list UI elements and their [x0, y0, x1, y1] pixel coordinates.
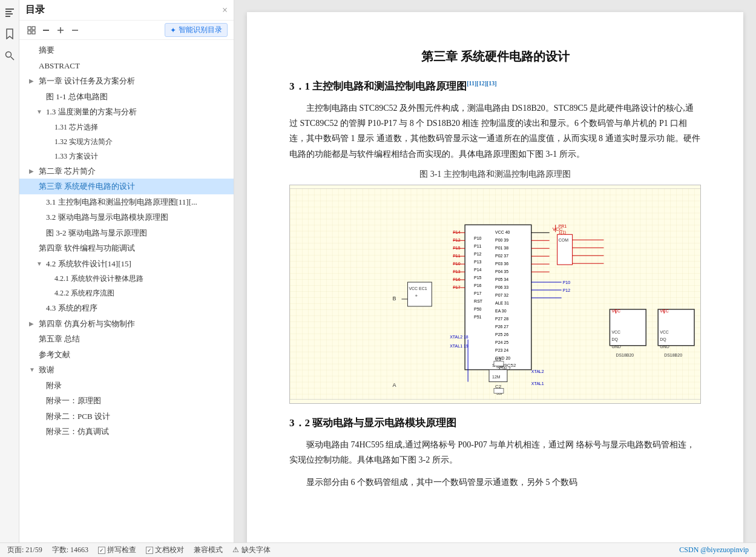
- svg-rect-95: [494, 388, 504, 393]
- toc-item-sec1-3[interactable]: ▼1.3 温度测量的方案与分析: [19, 104, 234, 120]
- toc-item-sec4-2-2[interactable]: 4.2.2 系统程序流图: [19, 286, 234, 300]
- missing-font: ⚠ 缺失字体: [232, 545, 271, 555]
- toc-item-thanks[interactable]: ▼致谢: [19, 362, 234, 378]
- svg-text:P17: P17: [474, 291, 482, 295]
- toc-item-ch3[interactable]: 第三章 系统硬件电路的设计: [19, 179, 234, 194]
- svg-text:COM: COM: [559, 238, 568, 242]
- toc-label-ch4_prog: 第四章 软件编程与功能调试: [39, 242, 135, 254]
- toc-item-sec4-2[interactable]: ▼4.2 系统软件设计[14][15]: [19, 256, 234, 272]
- search-icon[interactable]: [2, 48, 17, 63]
- svg-text:P14: P14: [453, 230, 461, 234]
- doc-compare[interactable]: ✓ 文档校对: [146, 545, 184, 555]
- svg-rect-10: [43, 30, 49, 31]
- svg-text:XTAL2: XTAL2: [531, 369, 544, 373]
- svg-text:P13: P13: [474, 260, 482, 264]
- svg-rect-92: [494, 361, 504, 366]
- circuit-diagram-1: STC89C52 P14 P12 P15 P11 P10 P13 P16 P17: [289, 185, 701, 404]
- toc-label-refs: 参考文献: [39, 349, 70, 361]
- expand-all-button[interactable]: [25, 24, 38, 36]
- toc-item-fig1-1[interactable]: 图 1-1 总体电路图: [19, 89, 234, 105]
- word-count: 字数: 14663: [52, 545, 88, 555]
- expand-arrow-ch4_sim[interactable]: ▶: [29, 319, 36, 328]
- toc-item-refs[interactable]: 参考文献: [19, 347, 234, 363]
- toc-label-app2: 附录二：PCB 设计: [46, 410, 110, 423]
- toc-item-ch5[interactable]: 第五章 总结: [19, 331, 234, 347]
- toc-label-sec4-2-2: 4.2.2 系统程序流图: [54, 288, 114, 298]
- toc-label-ch5: 第五章 总结: [39, 333, 80, 345]
- toc-item-ch4_sim[interactable]: ▶第四章 仿真分析与实物制作: [19, 316, 234, 332]
- collapse-all-button[interactable]: [40, 24, 52, 36]
- toc-item-sec3-2[interactable]: 3.2 驱动电路与显示电路模块原理图: [19, 209, 234, 225]
- svg-rect-9: [32, 31, 35, 34]
- toc-label-app3: 附录三：仿真调试: [46, 426, 109, 438]
- svg-text:P50: P50: [474, 307, 482, 311]
- toc-item-sec4-2-1[interactable]: 4.2.1 系统软件设计整体思路: [19, 271, 234, 286]
- toc-label-sec1-31: 1.31 芯片选择: [54, 122, 98, 133]
- svg-text:P12: P12: [474, 252, 482, 256]
- toc-item-sec4-3[interactable]: 4.3 系统的程序: [19, 300, 234, 316]
- toc-item-app2[interactable]: 附录二：PCB 设计: [19, 409, 234, 424]
- svg-text:GND: GND: [611, 344, 621, 348]
- section1-paragraph: 主控制电路由 STC89C52 及外围元件构成，测温电路由 DS18B20。ST…: [289, 101, 701, 162]
- toc-item-ch2[interactable]: ▶第二章 芯片简介: [19, 163, 234, 179]
- svg-text:P12: P12: [563, 288, 571, 292]
- toc-label-sec3-2: 3.2 驱动电路与显示电路模块原理图: [46, 211, 168, 223]
- svg-text:P00  39: P00 39: [495, 238, 508, 242]
- svg-text:P27  28: P27 28: [495, 317, 508, 321]
- svg-text:EA  30: EA 30: [495, 309, 507, 313]
- svg-rect-3: [5, 16, 10, 17]
- sidebar: 目录 × ✦ 智能识别目录 摘要ABSTRACT▶第一章 设计任务及方案分析图: [19, 0, 234, 542]
- svg-text:P02  37: P02 37: [495, 254, 508, 258]
- toc-label-ch1: 第一章 设计任务及方案分析: [39, 75, 135, 87]
- svg-text:P03  36: P03 36: [495, 262, 508, 266]
- remove-item-button[interactable]: [69, 24, 81, 36]
- svg-text:P11: P11: [474, 244, 482, 248]
- spell-check[interactable]: ✓ 拼写检查: [98, 545, 136, 555]
- toc-item-sec3-1[interactable]: 3.1 主控制电路和测温控制电路原理图[11][...: [19, 194, 234, 210]
- doc-compare-checkbox[interactable]: ✓: [146, 547, 153, 554]
- svg-text:PR1: PR1: [559, 224, 567, 228]
- ai-toc-button[interactable]: ✦ 智能识别目录: [165, 23, 228, 37]
- sidebar-header: 目录 ×: [19, 0, 234, 21]
- toc-item-fig3-2[interactable]: 图 3-2 驱动电路与显示原理图: [19, 225, 234, 241]
- toc-item-sec1-32[interactable]: 1.32 实现方法简介: [19, 134, 234, 149]
- toc-item-abstract_cn[interactable]: 摘要: [19, 42, 234, 58]
- toc-item-app3[interactable]: 附录三：仿真调试: [19, 424, 234, 440]
- toc-item-ch4_prog[interactable]: 第四章 软件编程与功能调试: [19, 240, 234, 256]
- toc-item-abstract_en[interactable]: ABSTRACT: [19, 58, 234, 74]
- bookmark-icon[interactable]: [2, 27, 17, 41]
- svg-text:DQ: DQ: [611, 337, 618, 342]
- circuit-svg: STC89C52 P14 P12 P15 P11 P10 P13 P16 P17: [290, 185, 700, 403]
- svg-text:P10: P10: [563, 280, 571, 285]
- expand-arrow-sec4-2[interactable]: ▼: [36, 259, 44, 268]
- spell-check-checkbox[interactable]: ✓: [98, 547, 105, 554]
- toc-item-sec1-33[interactable]: 1.33 方案设计: [19, 149, 234, 163]
- toc-label-fig3-2: 图 3-2 驱动电路与显示原理图: [46, 227, 147, 239]
- svg-rect-8: [28, 31, 31, 34]
- toc-label-sec3-1: 3.1 主控制电路和测温控制电路原理图[11][...: [46, 196, 197, 208]
- svg-text:GND: GND: [660, 344, 669, 348]
- expand-arrow-sec1-3[interactable]: ▼: [36, 107, 44, 116]
- toc-item-sec1-31[interactable]: 1.31 芯片选择: [19, 120, 234, 134]
- expand-arrow-ch2[interactable]: ▶: [29, 166, 36, 176]
- svg-text:P14: P14: [474, 268, 482, 272]
- svg-rect-1: [5, 11, 12, 12]
- sidebar-close-button[interactable]: ×: [222, 5, 228, 16]
- toc-item-app1[interactable]: 附录一：原理图: [19, 393, 234, 409]
- svg-text:12M: 12M: [492, 374, 501, 378]
- svg-text:DS18B20: DS18B20: [616, 352, 634, 357]
- toc-icon[interactable]: [2, 5, 17, 19]
- expand-arrow-thanks[interactable]: ▼: [29, 365, 36, 374]
- sidebar-toolbar: ✦ 智能识别目录: [19, 21, 234, 40]
- svg-text:P16: P16: [474, 283, 482, 288]
- toc-item-appendix[interactable]: 附录: [19, 378, 234, 394]
- svg-text:P13: P13: [453, 269, 461, 274]
- expand-arrow-ch1[interactable]: ▶: [29, 76, 36, 85]
- svg-text:P16: P16: [453, 277, 461, 282]
- toc-label-app1: 附录一：原理图: [46, 395, 101, 407]
- toc-item-ch1[interactable]: ▶第一章 设计任务及方案分析: [19, 73, 234, 89]
- add-item-button[interactable]: [54, 24, 67, 36]
- watermark: CSDN @biyezuopinvip: [679, 545, 749, 555]
- toc-label-ch2: 第二章 芯片简介: [39, 165, 96, 177]
- status-bar: 页面: 21/59 字数: 14663 ✓ 拼写检查 ✓ 文档校对 兼容模式 ⚠…: [0, 542, 756, 557]
